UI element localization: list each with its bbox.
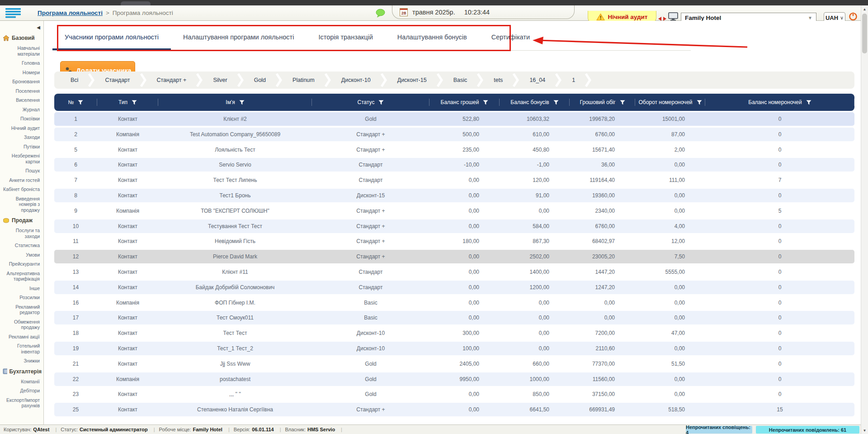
sidebar-section-accounting[interactable]: Бухгалтерія — [0, 366, 43, 377]
filter-funnel-icon[interactable] — [239, 100, 245, 105]
sidebar-item[interactable]: Виведення номерів з продажу — [0, 194, 43, 215]
table-row[interactable]: 25 Контакт Степаненко Наталія Сергіївна … — [54, 403, 854, 416]
sidebar-collapse-icon[interactable]: ◀ — [37, 25, 40, 30]
sidebar-item[interactable]: Статистика — [0, 241, 43, 250]
table-row[interactable]: 13 Контакт Клієнт #11 Стандарт 0,00 1400… — [54, 265, 854, 279]
tab[interactable]: Налаштування програми лояльності — [171, 25, 306, 50]
cell-bonus-balance: 660,00 — [500, 361, 570, 367]
filter-funnel-icon[interactable] — [378, 100, 384, 105]
sidebar-item[interactable]: Розсилки — [0, 293, 43, 302]
tab[interactable]: Налаштування бонусів — [385, 25, 479, 50]
vertical-scrollbar[interactable]: ▲ ▼ — [861, 5, 868, 434]
sidebar-item[interactable]: Знижки — [0, 356, 43, 366]
sidebar-item[interactable]: Заходи — [0, 133, 43, 142]
sidebar-item[interactable]: Рекламні акції — [0, 332, 43, 342]
sidebar-item[interactable]: Нічний аудит — [0, 124, 43, 133]
sidebar-item[interactable]: Послуги та заходи — [0, 226, 43, 241]
sidebar-section-sales[interactable]: Продаж — [0, 215, 43, 226]
filter-chip[interactable]: 16_04 — [519, 77, 555, 83]
table-row[interactable]: 18 Контакт Тест Тест Дисконт-10 300,00 0… — [54, 326, 854, 340]
table-row[interactable]: 2 Компанія Test Automation Company_95650… — [54, 128, 854, 141]
sidebar-item[interactable]: Навчальні матеріали — [0, 43, 43, 58]
cell-nights-turnover: 518,50 — [635, 406, 705, 413]
tab[interactable]: Сертифікати — [479, 25, 542, 50]
sidebar-item[interactable]: Бронювання — [0, 77, 43, 86]
table-row[interactable]: 8 Контакт Тест1 Бронь Дисконт-15 0,00 91… — [54, 189, 854, 202]
unread-messages-badge[interactable]: Непрочитаних повідомлень: 61 — [756, 426, 859, 434]
unread-notifications-badge[interactable]: Непрочитаних сповіщень: 4 — [686, 426, 752, 434]
scroll-up-arrow[interactable]: ▲ — [861, 5, 868, 13]
filter-chip[interactable]: Дисконт-15 — [387, 77, 437, 83]
sidebar-item[interactable]: Виселення — [0, 95, 43, 105]
table-row[interactable]: 1 Контакт Клієнт #2 Gold 522,80 10603,32… — [54, 112, 854, 126]
chat-bubble-icon[interactable] — [375, 9, 386, 19]
table-row[interactable]: 7 Контакт Тест Тест Липень Стандарт 0,00… — [54, 173, 854, 187]
table-row[interactable]: 16 Компанія ФОП Гібнер І.М. Basic 0,00 0… — [54, 296, 854, 310]
scrollbar-thumb[interactable] — [862, 14, 867, 53]
menu-icon[interactable] — [5, 8, 21, 20]
sidebar-item[interactable]: Анкети гостей — [0, 176, 43, 185]
filter-chip[interactable]: Platinum — [283, 77, 325, 83]
sidebar-item[interactable]: Поселення — [0, 86, 43, 96]
filter-chip[interactable]: Silver — [203, 77, 237, 83]
filter-funnel-icon[interactable] — [483, 100, 488, 105]
table-row[interactable]: 22 Компанія postachatest Gold 9950,00 10… — [54, 372, 854, 386]
sidebar-item[interactable]: Журнал — [0, 105, 43, 114]
filter-chip[interactable]: Basic — [443, 77, 477, 83]
sidebar-item[interactable]: Дебітори — [0, 386, 43, 396]
breadcrumb-root-link[interactable]: Програма лояльності — [38, 10, 103, 16]
sidebar-item[interactable]: Готельний інвентар — [0, 341, 43, 356]
sidebar-item[interactable]: Кабінет броніста — [0, 185, 43, 194]
table-row[interactable]: 5 Контакт Лояльність Тест Стандарт + 235… — [54, 143, 854, 157]
filter-funnel-icon[interactable] — [78, 100, 83, 105]
filter-funnel-icon[interactable] — [697, 100, 702, 105]
table-row[interactable]: 21 Контакт Jjj Sss Www Gold 2405,00 660,… — [54, 357, 854, 371]
table-row[interactable]: 6 Контакт Servio Servio Стандарт -10,00 … — [54, 158, 854, 172]
tab[interactable]: Історія транзакцій — [306, 25, 385, 50]
sidebar-item[interactable]: Головна — [0, 58, 43, 68]
cell-bonus-balance: 120,00 — [500, 177, 570, 183]
sidebar-item[interactable]: Компанії — [0, 377, 43, 386]
sidebar-item[interactable]: Путівки — [0, 142, 43, 152]
sidebar-item[interactable]: Незбережені картки — [0, 151, 43, 166]
sidebar-item[interactable]: Альтернативна тарифікація — [0, 269, 43, 284]
table-row[interactable]: 17 Контакт Тест Смоук011 Basic 0,00 0,00… — [54, 311, 854, 324]
sidebar-item[interactable]: Умови — [0, 250, 43, 260]
filter-funnel-icon[interactable] — [553, 100, 559, 105]
cell-nights-turnover: 0,00 — [635, 376, 705, 382]
filter-funnel-icon[interactable] — [132, 100, 137, 105]
sidebar-item[interactable]: Номери — [0, 68, 43, 77]
filter-chip[interactable]: Дисконт-10 — [331, 77, 381, 83]
sidebar-item[interactable]: Покоївки — [0, 114, 43, 124]
sidebar-item[interactable]: Обмеження продажу — [0, 317, 43, 332]
filter-chip[interactable]: 1 — [562, 77, 585, 83]
sidebar-item[interactable]: Прейскуранти — [0, 259, 43, 269]
sidebar-item[interactable]: Інше — [0, 284, 43, 293]
calendar-icon[interactable]: 28 — [400, 8, 408, 16]
table-row[interactable]: 10 Контакт Тестування Тест Тест Стандарт… — [54, 219, 854, 233]
table-row[interactable]: 9 Компанія ТОВ "ЕКСПЕРТ СОЛЮШН" Стандарт… — [54, 204, 854, 218]
scroll-down-arrow[interactable]: ▼ — [861, 427, 868, 434]
table-row[interactable]: 12 Контакт Pierce David Mark Стандарт + … — [54, 250, 854, 263]
tab[interactable]: Учасники програми лояльності — [52, 25, 171, 50]
filter-chip[interactable]: Всі — [61, 77, 88, 83]
table-row[interactable]: 23 Контакт ,,, '' '' Gold 0,00 850,00 37… — [54, 387, 854, 401]
filter-funnel-icon[interactable] — [620, 100, 625, 105]
filter-chip[interactable]: tets — [484, 77, 513, 83]
sidebar-item[interactable]: Експорт/Імпорт рахунків — [0, 396, 43, 410]
filter-chip[interactable]: Стандарт — [95, 77, 140, 83]
table-row[interactable]: 11 Контакт Невідомий Гість Стандарт + 18… — [54, 234, 854, 248]
filter-chip[interactable]: Стандарт + — [147, 77, 197, 83]
sidebar-item[interactable]: Рекламний редактор — [0, 302, 43, 317]
cell-number: 9 — [54, 208, 97, 214]
sidebar-item[interactable]: Пошук — [0, 166, 43, 176]
cell-money-balance: -10,00 — [429, 162, 500, 168]
cell-type: Компанія — [97, 208, 158, 214]
filter-funnel-icon[interactable] — [806, 100, 811, 105]
cell-bonus-balance: -1,00 — [500, 162, 570, 168]
filter-chip[interactable]: Gold — [244, 77, 276, 83]
table-row[interactable]: 19 Контакт Тест_1 Тест_2 Дисконт-10 100,… — [54, 342, 854, 355]
chevron-separator-icon — [276, 72, 283, 89]
sidebar-section-basic[interactable]: Базовий — [0, 32, 43, 43]
table-row[interactable]: 14 Контакт Байдак Добрибій Соломонович С… — [54, 281, 854, 294]
